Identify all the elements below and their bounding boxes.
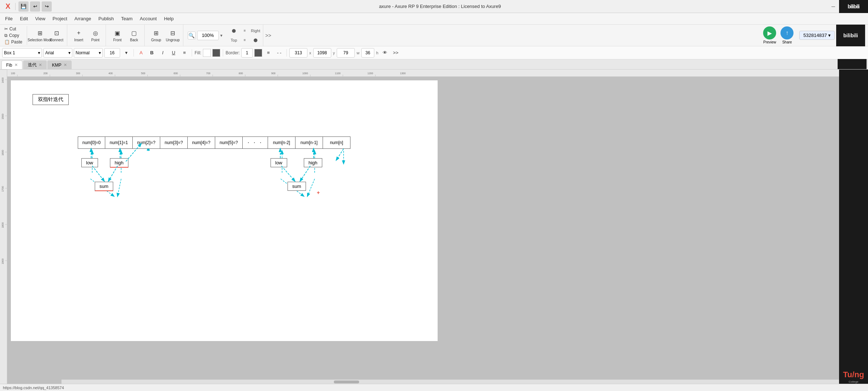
group-button[interactable]: ⊞ Group xyxy=(148,26,164,45)
copy-button[interactable]: ⧉ Copy xyxy=(3,33,24,38)
svg-text:700: 700 xyxy=(206,72,210,75)
w-label: w xyxy=(357,51,359,55)
menu-file[interactable]: File xyxy=(1,14,16,23)
zoom-dropdown-icon[interactable]: ▾ xyxy=(220,33,222,38)
tab-kmp-close[interactable]: ✕ xyxy=(64,63,67,67)
tab-fib[interactable]: Fib ✕ xyxy=(1,60,22,69)
menu-project[interactable]: Project xyxy=(49,14,71,23)
copy-label: Copy xyxy=(9,33,19,38)
menu-publish[interactable]: Publish xyxy=(95,14,118,23)
canvas-page: 双指针迭代 num[0]=0 num[1]=1 num[2]=? num[3]=… xyxy=(11,80,438,341)
y-label: y xyxy=(333,51,335,55)
array-cell-1: num[1]=1 xyxy=(105,136,133,149)
align-left-button[interactable]: ⬤ xyxy=(229,26,239,35)
italic-button[interactable]: I xyxy=(158,48,167,58)
diagram-title-box: 双指针迭代 xyxy=(33,94,69,105)
visibility-button[interactable]: 👁 xyxy=(380,48,390,58)
font-size-input[interactable] xyxy=(104,48,120,58)
fill-color-swatch2[interactable] xyxy=(212,49,220,57)
font-family-select[interactable]: Arial ▾ xyxy=(43,48,72,58)
x-coord-input[interactable] xyxy=(289,48,307,58)
window-title: axure - Axure RP 9 Enterprise Edition : … xyxy=(52,4,827,9)
right-black-panel: Tu/ng College https://blog.csdn.net/qq_4… xyxy=(839,70,868,391)
align-right-button[interactable]: Right xyxy=(251,26,261,35)
tab-fib-close[interactable]: ✕ xyxy=(14,63,18,67)
left-sum-box: sum xyxy=(95,182,113,191)
border-color-swatch[interactable] xyxy=(254,49,262,57)
right-sum-box: sum xyxy=(288,182,306,191)
separator xyxy=(15,3,16,10)
tab-iterate-close[interactable]: ✕ xyxy=(39,63,42,67)
right-sum-label: sum xyxy=(292,184,301,189)
zoom-display[interactable]: 100% xyxy=(197,31,219,40)
font-color-button[interactable]: A xyxy=(136,48,146,58)
font-size-dropdown[interactable]: ▾ xyxy=(122,48,131,58)
align-middle-button[interactable]: ≡ xyxy=(240,36,250,45)
format-sep-1 xyxy=(133,49,134,56)
more-format-button[interactable]: >> xyxy=(391,48,400,58)
horizontal-scrollbar[interactable] xyxy=(61,379,839,384)
scrollbar-thumb[interactable] xyxy=(334,381,359,383)
menu-account[interactable]: Account xyxy=(136,14,160,23)
cut-button[interactable]: ✂ Cut xyxy=(3,26,24,32)
list-button[interactable]: ≡ xyxy=(180,48,189,58)
undo-icon[interactable]: ↩ xyxy=(30,1,40,12)
right-panel-top: bilibili xyxy=(836,25,865,46)
account-button[interactable]: 532814837 ▾ xyxy=(799,31,835,40)
right-low-label: low xyxy=(275,160,282,165)
align-bottom-button[interactable]: ⬤ xyxy=(251,36,261,45)
share-label: Share xyxy=(782,40,792,44)
zoom-icon: 🔍 xyxy=(188,31,196,39)
align-top-button[interactable]: Top xyxy=(229,36,239,45)
account-dropdown-icon[interactable]: ▾ xyxy=(828,33,831,38)
underline-button[interactable]: U xyxy=(169,48,178,58)
paste-button[interactable]: 📋 Paste xyxy=(3,39,24,45)
posx-coord-input[interactable] xyxy=(337,48,355,58)
back-button[interactable]: ▢ Back xyxy=(126,26,142,45)
selection-mode-button[interactable]: ⊞ Selection Mode xyxy=(32,26,48,45)
front-button[interactable]: ▣ Front xyxy=(110,26,125,45)
align-center-button[interactable]: ≡ xyxy=(240,26,250,35)
border-label: Border: xyxy=(226,50,240,55)
cut-label: Cut xyxy=(9,26,16,31)
widget-type-select[interactable]: Box 1 ▾ xyxy=(2,48,42,58)
redo-icon[interactable]: ↪ xyxy=(42,1,52,12)
minimize-button[interactable]: ─ xyxy=(827,2,839,11)
border-width-input[interactable] xyxy=(241,48,253,58)
left-ruler: 1400 1500 1600 1700 1800 1900 xyxy=(0,70,7,391)
menu-view[interactable]: View xyxy=(31,14,49,23)
svg-text:100: 100 xyxy=(11,72,15,75)
bold-button[interactable]: B xyxy=(147,48,157,58)
zoom-control: 🔍 100% ▾ xyxy=(188,31,222,40)
preview-button[interactable]: ▶ Preview xyxy=(763,26,776,44)
top-ruler: 100 200 300 400 500 600 700 800 900 1000 xyxy=(7,70,839,77)
insert-button[interactable]: + Insert xyxy=(71,26,87,45)
x-label: x xyxy=(309,51,311,55)
border-style-button[interactable]: ≡ xyxy=(264,48,273,58)
ungroup-button[interactable]: ⊟ Ungroup xyxy=(165,26,181,45)
svg-line-41 xyxy=(118,179,121,196)
tab-kmp[interactable]: KMP ✕ xyxy=(47,60,72,69)
point-icon: ◎ xyxy=(91,29,100,37)
font-style-select[interactable]: Normal ▾ xyxy=(74,48,103,58)
group-label: Group xyxy=(151,38,161,42)
connect-button[interactable]: ⊡ Connect xyxy=(49,26,65,45)
share-button[interactable]: ↑ Share xyxy=(780,26,793,44)
fill-color-swatch[interactable] xyxy=(203,49,211,57)
point-button[interactable]: ◎ Point xyxy=(88,26,103,45)
more-toolbar-button[interactable]: >> xyxy=(265,28,272,43)
red-cross-mark: + xyxy=(317,190,320,196)
tab-iterate[interactable]: 迭代 ✕ xyxy=(23,60,47,69)
format-sep-2 xyxy=(192,49,192,56)
save-icon[interactable]: 💾 xyxy=(18,1,29,12)
width-input[interactable] xyxy=(361,48,374,58)
left-ruler-svg: 1400 1500 1600 1700 1800 1900 xyxy=(0,70,7,359)
y-coord-input[interactable] xyxy=(313,48,331,58)
svg-text:1800: 1800 xyxy=(1,222,4,228)
menu-help[interactable]: Help xyxy=(160,14,177,23)
menu-team[interactable]: Team xyxy=(118,14,136,23)
menu-arrange[interactable]: Arrange xyxy=(71,14,95,23)
menu-edit[interactable]: Edit xyxy=(16,14,31,23)
border-dash-button[interactable]: - - xyxy=(275,48,284,58)
top-ruler-svg: 100 200 300 400 500 600 700 800 900 1000 xyxy=(7,70,441,77)
